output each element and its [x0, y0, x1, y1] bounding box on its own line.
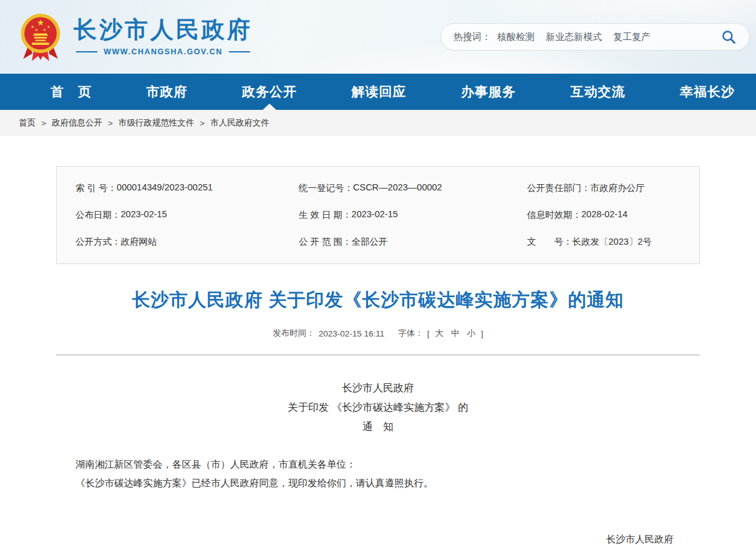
doc-heading-line-2: 关于印发 《长沙市碳达峰实施方案》 的: [56, 398, 700, 417]
meta-index-number: 索 引 号： 000014349/2023-00251: [75, 175, 299, 202]
hot-search-words: 核酸检测 新业态新模式 复工复产: [497, 31, 720, 43]
font-size-large-button[interactable]: 大: [435, 328, 444, 339]
hot-word-3[interactable]: 复工复产: [613, 31, 651, 43]
document-body: 湖南湘江新区管委会，各区县（市）人民政府，市直机关各单位： 《长沙市碳达峰实施方…: [56, 455, 700, 493]
meta-value: 000014349/2023-00251: [117, 182, 213, 194]
doc-heading-line-1: 长沙市人民政府: [56, 378, 700, 398]
site-logo[interactable]: ★ ★ ★ ★ ★ 长沙市人民政府 WWW.CHANGSHA.GOV.CN: [17, 11, 253, 62]
document-heading: 长沙市人民政府 关于印发 《长沙市碳达峰实施方案》 的 通 知: [56, 378, 700, 436]
breadcrumb-separator: >: [41, 119, 46, 128]
national-emblem-icon: ★ ★ ★ ★ ★: [17, 11, 64, 62]
meta-label: 统一登记号：: [299, 182, 353, 194]
meta-value: 长政发〔2023〕2号: [573, 236, 652, 248]
meta-label: 公开方式：: [75, 236, 121, 248]
breadcrumb-separator: >: [200, 119, 205, 128]
meta-responsible-dept: 公开责任部门： 市政府办公厅: [527, 175, 693, 202]
signature-name: 长沙市人民政府: [56, 529, 674, 545]
meta-label: 信息时效期：: [527, 209, 581, 221]
nav-item-happy-changsha[interactable]: 幸福长沙: [676, 74, 739, 110]
breadcrumb: 首页 > 政府信息公开 > 市级行政规范性文件 > 市人民政府文件: [0, 110, 756, 136]
publish-time: 2023-02-15 16:11: [319, 329, 385, 338]
nav-item-label: 办事服务: [461, 83, 516, 101]
meta-validity-period: 信息时效期： 2028-02-14: [527, 202, 693, 228]
title-divider: [56, 354, 700, 356]
url-dash-left: [76, 51, 97, 52]
document-meta-box: 索 引 号： 000014349/2023-00251 统一登记号： CSCR—…: [56, 166, 700, 264]
publish-time-label: 发布时间：: [273, 328, 315, 339]
main-nav: 首 页 市政府 政务公开 解读回应 办事服务 互动交流 幸福长沙: [0, 74, 756, 110]
breadcrumb-home[interactable]: 首页: [19, 117, 36, 129]
meta-label: 公开责任部门：: [527, 182, 591, 194]
nav-item-label: 市政府: [147, 83, 188, 101]
meta-disclosure-scope: 公 开 范 围： 全部公开: [299, 228, 527, 255]
site-title-block: 长沙市人民政府 WWW.CHANGSHA.GOV.CN: [74, 17, 253, 56]
meta-label: 生 效 日 期：: [299, 209, 352, 221]
nav-item-label: 幸福长沙: [680, 83, 735, 101]
site-header: ★ ★ ★ ★ ★ 长沙市人民政府 WWW.CHANGSHA.GOV.CN 热搜…: [0, 0, 756, 74]
signature-block: 长沙市人民政府 2023年1月13日: [56, 529, 700, 545]
doc-heading-line-3: 通 知: [56, 417, 700, 436]
search-bar[interactable]: 热搜词： 核酸检测 新业态新模式 复工复产: [440, 23, 750, 51]
svg-text:★: ★: [31, 24, 34, 29]
nav-item-label: 首 页: [51, 83, 92, 101]
meta-document-number: 文 号： 长政发〔2023〕2号: [527, 228, 693, 255]
meta-value: CSCR—2023—00002: [353, 182, 442, 194]
doc-paragraph-recipients: 湖南湘江新区管委会，各区县（市）人民政府，市直机关各单位：: [56, 455, 700, 474]
nav-item-city-gov[interactable]: 市政府: [143, 74, 191, 110]
svg-text:★: ★: [35, 27, 39, 32]
font-bracket-close: ]: [481, 329, 483, 338]
font-size-medium-button[interactable]: 中: [451, 328, 460, 339]
nav-item-interaction[interactable]: 互动交流: [567, 74, 629, 110]
breadcrumb-separator: >: [108, 119, 113, 128]
meta-label: 索 引 号：: [75, 182, 117, 194]
svg-text:★: ★: [37, 17, 44, 27]
hot-search-label: 热搜词：: [453, 31, 491, 43]
nav-item-interpretation[interactable]: 解读回应: [348, 74, 410, 110]
nav-item-gov-disclosure[interactable]: 政务公开: [238, 74, 301, 110]
nav-item-services[interactable]: 办事服务: [457, 74, 520, 110]
nav-item-home[interactable]: 首 页: [47, 74, 95, 110]
meta-value: 2028-02-14: [581, 209, 628, 221]
meta-value: 全部公开: [352, 236, 388, 248]
meta-value: 政府网站: [121, 236, 157, 248]
meta-disclosure-method: 公开方式： 政府网站: [75, 228, 299, 255]
breadcrumb-info-disclosure[interactable]: 政府信息公开: [52, 117, 102, 129]
meta-value: 2023-02-15: [121, 209, 167, 221]
svg-text:★: ★: [43, 27, 47, 32]
meta-label: 文 号：: [527, 236, 573, 248]
site-url-row: WWW.CHANGSHA.GOV.CN: [74, 47, 253, 56]
font-bracket-open: [: [427, 329, 430, 338]
meta-label: 公布日期：: [75, 209, 121, 221]
font-size-label: 字体：: [398, 328, 424, 339]
breadcrumb-current: 市人民政府文件: [210, 117, 269, 129]
nav-item-label: 解读回应: [352, 83, 407, 101]
site-url: WWW.CHANGSHA.GOV.CN: [104, 47, 223, 56]
meta-effective-date: 生 效 日 期： 2023-02-15: [299, 202, 527, 228]
hot-word-1[interactable]: 核酸检测: [497, 31, 535, 43]
search-icon[interactable]: [720, 29, 737, 45]
meta-label: 公 开 范 围：: [299, 236, 352, 248]
meta-publish-date: 公布日期： 2023-02-15: [75, 202, 299, 228]
article-page: 索 引 号： 000014349/2023-00251 统一登记号： CSCR—…: [56, 166, 700, 545]
nav-item-label: 政务公开: [242, 83, 297, 101]
doc-paragraph-main: 《长沙市碳达峰实施方案》已经市人民政府同意，现印发给你们，请认真遵照执行。: [56, 474, 700, 493]
site-name: 长沙市人民政府: [74, 17, 253, 43]
publish-meta-row: 发布时间： 2023-02-15 16:11 字体： [ 大 中 小 ]: [56, 328, 700, 339]
page-title: 长沙市人民政府 关于印发《长沙市碳达峰实施方案》的通知: [56, 288, 700, 313]
meta-value: 2023-02-15: [352, 209, 398, 221]
hot-word-2[interactable]: 新业态新模式: [546, 31, 602, 43]
document-meta-grid: 索 引 号： 000014349/2023-00251 统一登记号： CSCR—…: [75, 175, 693, 255]
active-indicator: [263, 104, 276, 110]
font-size-small-button[interactable]: 小: [467, 328, 476, 339]
url-dash-right: [229, 51, 250, 52]
breadcrumb-normative-docs[interactable]: 市级行政规范性文件: [119, 117, 195, 129]
svg-text:★: ★: [47, 24, 51, 29]
meta-value: 市政府办公厅: [591, 182, 645, 194]
meta-registration-number: 统一登记号： CSCR—2023—00002: [299, 175, 527, 202]
nav-item-label: 互动交流: [571, 83, 626, 101]
